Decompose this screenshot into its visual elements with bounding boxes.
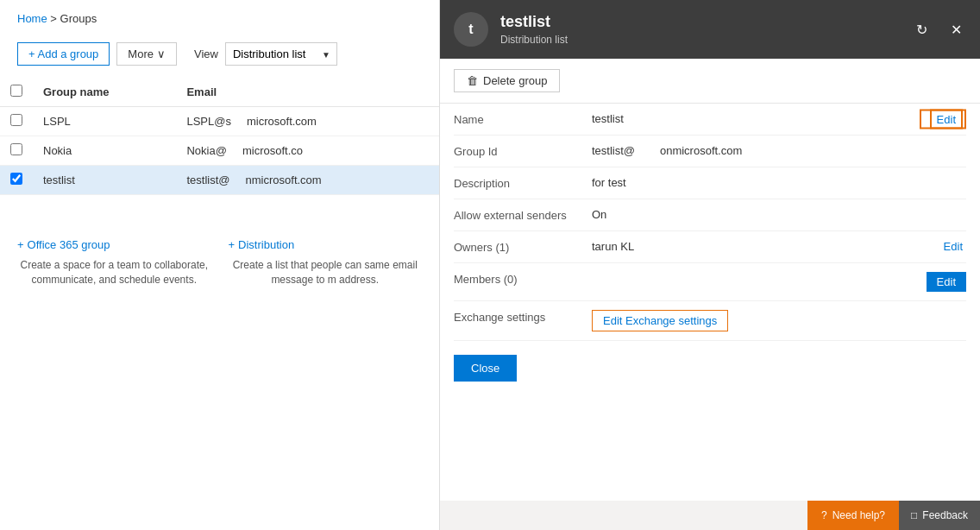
row-extra [405,136,439,166]
office365-group-card: + Office 365 group Create a space for a … [17,238,229,287]
delete-group-button[interactable]: 🗑 Delete group [454,69,560,92]
row-checkbox[interactable] [10,143,22,155]
row-extra [405,107,439,136]
feedback-label: Feedback [922,509,968,521]
group-id-label: Group Id [454,144,592,158]
office365-group-title[interactable]: + Office 365 group [17,238,211,251]
delete-row: 🗑 Delete group [440,59,980,104]
panel-body: 🗑 Delete group Name testlist Edit Group … [440,59,980,530]
exchange-settings-row: Exchange settings Edit Exchange settings [454,301,966,341]
view-label: View [194,47,218,60]
office365-group-desc: Create a space for a team to collaborate… [17,258,211,287]
members-label: Members (0) [454,272,592,286]
breadcrumb-home[interactable]: Home [17,12,47,25]
feedback-button[interactable]: □ Feedback [899,501,980,530]
row-checkbox[interactable] [10,114,22,126]
breadcrumb-current: Groups [60,12,97,25]
owners-row: Owners (1) tarun KL Edit [454,231,966,263]
col-extra [405,78,439,107]
row-checkbox-cell [0,166,33,195]
row-email: LSPL@s microsoft.com [176,107,405,136]
name-value: testlist [592,112,966,125]
delete-icon: 🗑 [467,74,478,87]
external-senders-value: On [592,208,966,221]
detail-section: Name testlist Edit Group Id testlist@ on… [440,104,980,341]
close-button[interactable]: Close [454,355,517,382]
owners-edit-button[interactable]: Edit [940,240,966,253]
row-name: LSPL [33,107,176,136]
row-name: testlist [33,166,176,195]
members-edit-button[interactable]: Edit [927,272,966,292]
chevron-down-icon: ∨ [157,47,166,60]
exchange-settings-value: Edit Exchange settings [592,310,966,331]
panel-title-group: testlist Distribution list [500,13,568,46]
office365-group-label: Office 365 group [28,238,110,251]
row-checkbox-cell [0,136,33,166]
bottom-bar: ? Need help? □ Feedback [440,501,980,530]
table-row[interactable]: Nokia Nokia@ microsoft.co [0,136,439,166]
distribution-group-desc: Create a list that people can same email… [229,258,423,287]
name-edit-highlight: Edit [920,110,966,129]
col-group-name: Group name [33,78,176,107]
external-senders-label: Allow external senders [454,208,592,222]
add-group-button[interactable]: + Add a group [17,42,110,66]
description-row: Description for test [454,167,966,199]
owners-value: tarun KL [592,240,933,253]
row-extra [405,166,439,195]
help-icon: ? [821,509,827,521]
edit-exchange-settings-button[interactable]: Edit Exchange settings [592,310,728,331]
toolbar: + Add a group More ∨ View Distribution l… [0,34,439,74]
col-checkbox [0,78,33,107]
groups-table: Group name Email LSPL LSPL@s microsoft.c… [0,78,439,195]
group-id-value: testlist@ onmicrosoft.com [592,144,966,157]
refresh-button[interactable]: ↻ [911,19,932,40]
distribution-group-title[interactable]: + Distribution [229,238,423,251]
more-label: More [128,47,154,60]
need-help-label: Need help? [832,509,885,521]
right-panel: t testlist Distribution list ↻ ✕ 🗑 Delet… [440,0,980,530]
description-label: Description [454,176,592,190]
plus-icon: + [17,238,24,251]
group-id-row: Group Id testlist@ onmicrosoft.com [454,136,966,167]
name-row: Name testlist Edit [454,104,966,136]
row-name: Nokia [33,136,176,166]
name-label: Name [454,112,592,126]
panel-subtitle: Distribution list [500,34,568,46]
panel-header: t testlist Distribution list ↻ ✕ [440,0,980,59]
view-select-wrapper: Distribution list [225,42,337,66]
row-email: testlist@ nmicrosoft.com [176,166,405,195]
close-panel-button[interactable]: ✕ [945,19,966,40]
breadcrumb: Home > Groups [0,0,439,34]
name-edit-button[interactable]: Edit [933,113,959,126]
feedback-icon: □ [911,509,917,521]
view-select[interactable]: Distribution list [225,42,337,66]
table-row[interactable]: testlist testlist@ nmicrosoft.com [0,166,439,195]
more-button[interactable]: More ∨ [116,42,177,66]
table-row[interactable]: LSPL LSPL@s microsoft.com [0,107,439,136]
panel-footer: Close [440,341,980,395]
plus-icon-2: + [229,238,236,251]
row-email: Nokia@ microsoft.co [176,136,405,166]
select-all-checkbox[interactable] [10,85,22,97]
owners-label: Owners (1) [454,240,592,254]
bottom-section: + Office 365 group Create a space for a … [0,221,439,296]
distribution-group-card: + Distribution Create a list that people… [229,238,440,287]
col-email: Email [176,78,405,107]
description-value: for test [592,176,966,189]
exchange-settings-label: Exchange settings [454,310,592,324]
need-help-button[interactable]: ? Need help? [807,501,899,530]
panel-title: testlist [500,13,568,32]
distribution-group-label: Distribution [238,238,294,251]
panel-header-left: t testlist Distribution list [454,12,568,47]
breadcrumb-separator: > [50,12,60,25]
avatar: t [454,12,488,47]
external-senders-row: Allow external senders On [454,199,966,231]
row-checkbox-cell [0,107,33,136]
main-page: Home > Groups + Add a group More ∨ View … [0,0,440,530]
members-row: Members (0) Edit [454,263,966,301]
panel-header-actions: ↻ ✕ [911,19,966,40]
row-checkbox[interactable] [10,173,22,185]
delete-group-label: Delete group [483,74,547,87]
